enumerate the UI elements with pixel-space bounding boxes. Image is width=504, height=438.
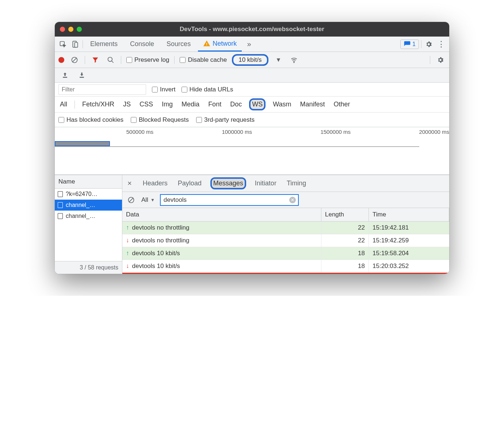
disable-cache-checkbox[interactable]: Disable cache — [180, 56, 227, 64]
dtab-timing[interactable]: Timing — [285, 179, 308, 188]
detail-pane: × Headers Payload Messages Initiator Tim… — [122, 175, 449, 274]
issues-badge[interactable]: 1 — [400, 39, 419, 49]
type-manifest[interactable]: Manifest — [299, 100, 327, 109]
requests-header: Name — [55, 175, 122, 189]
kebab-menu-icon[interactable]: ⋮ — [436, 39, 446, 49]
message-length-cell: 18 — [321, 260, 369, 273]
document-icon — [58, 213, 63, 219]
request-item[interactable]: ?k=62470… — [55, 189, 122, 200]
request-label: ?k=62470… — [66, 191, 98, 197]
type-fetch[interactable]: Fetch/XHR — [81, 100, 116, 109]
close-detail-button[interactable]: × — [125, 179, 134, 188]
message-data-cell[interactable]: ↑devtools 10 kbit/s — [122, 247, 321, 260]
throttle-dropdown-icon[interactable]: ▼ — [274, 55, 284, 65]
type-js[interactable]: JS — [122, 100, 132, 109]
devtools-window: DevTools - www.piesocket.com/websocket-t… — [55, 22, 449, 274]
window-title: DevTools - www.piesocket.com/websocket-t… — [55, 26, 449, 33]
blocked-cookies-checkbox[interactable]: Has blocked cookies — [58, 116, 123, 124]
network-toolbar: Preserve log Disable cache 10 kbit/s ▼ — [55, 52, 449, 68]
timeline-overview[interactable]: 500000 ms 1000000 ms 1500000 ms 2000000 … — [55, 127, 449, 175]
svg-line-6 — [112, 61, 114, 63]
blocked-requests-checkbox[interactable]: Blocked Requests — [131, 116, 189, 124]
tab-sources[interactable]: Sources — [161, 37, 196, 52]
more-tabs-icon[interactable]: » — [244, 39, 254, 49]
filter-row: Invert Hide data URLs — [55, 83, 449, 97]
record-button[interactable] — [58, 57, 64, 63]
message-time-cell: 15:19:42.259 — [369, 234, 449, 247]
svg-line-4 — [72, 58, 77, 62]
dtab-messages[interactable]: Messages — [210, 177, 246, 189]
import-har-icon[interactable] — [77, 70, 87, 80]
preserve-log-checkbox[interactable]: Preserve log — [126, 56, 169, 64]
svg-point-5 — [108, 57, 112, 61]
col-data[interactable]: Data — [122, 208, 321, 222]
type-img[interactable]: Img — [160, 100, 174, 109]
col-length[interactable]: Length — [321, 208, 369, 222]
import-export-bar — [55, 68, 449, 83]
type-css[interactable]: CSS — [138, 100, 154, 109]
tab-elements[interactable]: Elements — [85, 37, 123, 52]
extra-filters-row: Has blocked cookies Blocked Requests 3rd… — [55, 113, 449, 127]
arrow-down-icon: ↓ — [126, 237, 129, 244]
document-icon — [58, 202, 63, 208]
type-doc[interactable]: Doc — [229, 100, 243, 109]
panel-split: Name ?k=62470…channel_…channel_… 3 / 58 … — [55, 175, 449, 274]
tick-3: 1500000 ms — [320, 129, 351, 135]
dtab-headers[interactable]: Headers — [141, 179, 169, 188]
request-label: channel_… — [66, 213, 95, 219]
tick-2: 1000000 ms — [222, 129, 252, 135]
third-party-checkbox[interactable]: 3rd-party requests — [196, 116, 255, 124]
type-media[interactable]: Media — [180, 100, 201, 109]
type-other[interactable]: Other — [332, 100, 352, 109]
settings-icon[interactable] — [424, 39, 434, 49]
svg-rect-8 — [63, 77, 67, 78]
messages-table: Data Length Time ↑devtools no throttling… — [122, 208, 449, 273]
message-data-cell[interactable]: ↓devtools no throttling — [122, 234, 321, 247]
type-all[interactable]: All — [58, 100, 69, 109]
invert-checkbox[interactable]: Invert — [152, 86, 176, 93]
detail-tabs: × Headers Payload Messages Initiator Tim… — [122, 175, 449, 192]
requests-footer: 3 / 58 requests — [55, 261, 122, 274]
timeline-baseline — [55, 146, 419, 147]
clear-icon[interactable] — [69, 55, 80, 65]
type-font[interactable]: Font — [207, 100, 223, 109]
network-settings-icon[interactable] — [435, 55, 446, 65]
message-length-cell: 22 — [321, 222, 369, 234]
arrow-up-icon: ↑ — [126, 224, 129, 231]
message-data-cell[interactable]: ↑devtools no throttling — [122, 222, 321, 234]
clear-messages-icon[interactable] — [126, 195, 136, 205]
search-icon[interactable] — [106, 55, 116, 65]
dtab-initiator[interactable]: Initiator — [253, 179, 278, 188]
inspect-icon[interactable] — [58, 39, 68, 49]
device-toggle-icon[interactable] — [70, 39, 80, 49]
filter-icon[interactable] — [90, 55, 100, 65]
type-filter-row: All Fetch/XHR JS CSS Img Media Font Doc … — [55, 97, 449, 113]
network-conditions-icon[interactable] — [289, 55, 299, 65]
main-tabbar: Elements Console Sources Network » 1 ⋮ — [55, 37, 449, 52]
type-ws[interactable]: WS — [249, 98, 266, 110]
type-wasm[interactable]: Wasm — [271, 100, 293, 109]
titlebar: DevTools - www.piesocket.com/websocket-t… — [55, 22, 449, 37]
tick-4: 2000000 ms — [419, 129, 449, 135]
messages-type-select[interactable]: All ▼ — [141, 196, 155, 204]
tab-network[interactable]: Network — [198, 37, 242, 52]
message-data-cell[interactable]: ↓devtools 10 kbit/s — [122, 260, 321, 273]
throttle-select[interactable]: 10 kbit/s — [232, 54, 268, 66]
svg-line-11 — [129, 198, 133, 202]
svg-point-7 — [294, 62, 294, 63]
hide-data-urls-checkbox[interactable]: Hide data URLs — [182, 86, 233, 93]
messages-search-input[interactable]: devtools ✕ — [160, 194, 299, 206]
request-item[interactable]: channel_… — [55, 200, 122, 211]
tab-console[interactable]: Console — [125, 37, 159, 52]
timeline-selection[interactable] — [55, 141, 110, 146]
svg-rect-9 — [80, 77, 84, 78]
col-time[interactable]: Time — [369, 208, 449, 222]
arrow-up-icon: ↑ — [126, 250, 129, 257]
clear-search-icon[interactable]: ✕ — [289, 197, 296, 203]
message-length-cell: 18 — [321, 247, 369, 260]
dtab-payload[interactable]: Payload — [176, 179, 203, 188]
message-length-cell: 22 — [321, 234, 369, 247]
export-har-icon[interactable] — [60, 70, 70, 80]
request-item[interactable]: channel_… — [55, 211, 122, 222]
filter-input[interactable] — [58, 84, 146, 95]
